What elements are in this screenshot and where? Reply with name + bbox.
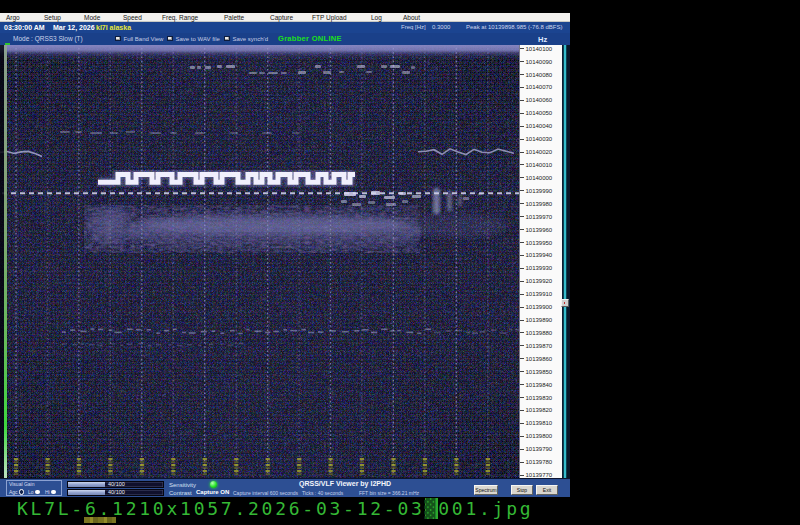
menu-item[interactable]: About [403, 14, 420, 21]
frequency-tick: 10139900 [520, 304, 563, 311]
tick-label: 10139910 [526, 291, 553, 297]
tick-dash [520, 74, 524, 75]
argo-app-window: ArgoSetupModeSpeedFreq. RangePaletteCapt… [0, 13, 570, 497]
tick-label: 10139950 [526, 240, 553, 246]
checkbox-icon[interactable] [115, 36, 121, 42]
frequency-tick: 10140090 [520, 58, 563, 65]
frequency-tick: 10140050 [520, 110, 563, 117]
tick-dash [520, 423, 524, 424]
grid-lines [4, 48, 519, 475]
menu-item[interactable]: Mode [84, 14, 100, 21]
frequency-scale: 10140100 10140090 10140080 10140070 [519, 45, 562, 478]
checkbox-full-band-view[interactable]: Full Band View [115, 36, 163, 42]
exit-button[interactable]: Exit [536, 485, 558, 495]
tick-label: 10139840 [526, 382, 553, 388]
frequency-tick: 10139970 [520, 213, 563, 220]
tick-dash [520, 152, 524, 153]
frequency-tick: 10140060 [520, 97, 563, 104]
grabber-online-status: Grabber ONLINE [278, 34, 342, 43]
menu-item[interactable]: Setup [44, 14, 61, 21]
radio-icon[interactable] [51, 490, 56, 495]
tick-label: 10140000 [526, 175, 553, 181]
fskcw-signal [98, 175, 355, 183]
tick-dash [520, 294, 524, 295]
menu-item[interactable]: FTP Upload [312, 14, 347, 21]
tick-label: 10139970 [526, 214, 553, 220]
frequency-tick: 10140070 [520, 84, 563, 91]
radio-icon[interactable] [19, 489, 24, 494]
menu-item[interactable]: Argo [6, 14, 20, 21]
capture-state-label: Capture ON [196, 489, 229, 495]
frequency-tick: 10139980 [520, 200, 563, 207]
frequency-tick: 10139920 [520, 278, 563, 285]
frequency-tick: 10139800 [520, 433, 563, 440]
grabber-filename-text: KL7L-6.1210x1057.2026-03-12-03▓001.jpg [17, 498, 533, 519]
tick-dash [520, 242, 524, 243]
checkbox-save-to-wav[interactable]: Save to WAV file [167, 36, 220, 42]
tick-label: 10140080 [526, 72, 553, 78]
checkbox-label: Full Band View [124, 36, 164, 42]
radio-agc[interactable]: Agc [9, 489, 24, 495]
tick-dash [520, 371, 524, 372]
peak-readout: Peak at 10139898.985 (-76.8 dBFS) [466, 24, 562, 30]
tick-label: 10140020 [526, 149, 553, 155]
stop-button[interactable]: Stop [511, 485, 533, 495]
radio-label: Agc [9, 489, 18, 495]
artifact-block [84, 517, 116, 523]
radio-icon[interactable] [35, 490, 40, 495]
spectrum-button[interactable]: Spectrum [474, 485, 498, 495]
waterfall-overlay [0, 45, 519, 478]
marker-thumb[interactable] [561, 299, 569, 307]
frequency-tick: 10139940 [520, 252, 563, 259]
tick-dash [520, 410, 524, 411]
tick-label: 10140090 [526, 59, 553, 65]
radio-label: Hi [45, 489, 50, 495]
tick-dash [520, 320, 524, 321]
radio-hi[interactable]: Hi [45, 489, 56, 495]
tick-dash [520, 126, 524, 127]
frequency-tick: 10139850 [520, 368, 563, 375]
menu-item[interactable]: Freq. Range [162, 14, 198, 21]
tick-dash [520, 216, 524, 217]
checkbox-icon[interactable] [224, 36, 230, 42]
marker-track-line [564, 45, 566, 478]
frequency-tick: 10139950 [520, 239, 563, 246]
tick-dash [520, 113, 524, 114]
frequency-tick: 10139880 [520, 329, 563, 336]
contrast-slider[interactable]: 40/100 [67, 489, 164, 496]
menu-item[interactable]: Palette [224, 14, 244, 21]
tick-label: 10139940 [526, 252, 553, 258]
frequency-tick: 10140000 [520, 174, 563, 181]
tick-label: 10139830 [526, 395, 553, 401]
frequency-tick: 10139860 [520, 355, 563, 362]
frequency-tick: 10140040 [520, 123, 563, 130]
checkbox-save-synchd[interactable]: Save synch'd [224, 36, 268, 42]
menu-item[interactable]: Log [371, 14, 382, 21]
menu-item[interactable]: Capture [270, 14, 293, 21]
tick-label: 10139850 [526, 369, 553, 375]
sensitivity-slider[interactable]: 40/100 [67, 481, 164, 488]
tick-dash [520, 48, 524, 49]
filename-glitch-block: ▓ [425, 498, 439, 519]
checkbox-icon[interactable] [167, 36, 173, 42]
spectrogram-waterfall[interactable] [0, 45, 519, 478]
tick-dash [520, 397, 524, 398]
tick-label: 10139890 [526, 317, 553, 323]
tick-label: 10140030 [526, 136, 553, 142]
tick-dash [520, 384, 524, 385]
visual-gain-group: Visual Gain Agc Lo Hi [6, 480, 62, 496]
frequency-tick: 10139780 [520, 459, 563, 466]
tick-label: 10139900 [526, 304, 553, 310]
slider-fill [68, 482, 105, 487]
slider-fill [68, 490, 105, 495]
tick-dash [520, 100, 524, 101]
tick-label: 10140010 [526, 162, 553, 168]
radio-lo[interactable]: Lo [28, 489, 40, 495]
frequency-tick: 10139820 [520, 407, 563, 414]
tick-dash [520, 190, 524, 191]
tick-dash [520, 177, 524, 178]
tick-label: 10139820 [526, 407, 553, 413]
clock-date: Mar 12, 2026 [53, 24, 95, 31]
menu-item[interactable]: Speed [123, 14, 142, 21]
checkbox-label: Save synch'd [233, 36, 269, 42]
